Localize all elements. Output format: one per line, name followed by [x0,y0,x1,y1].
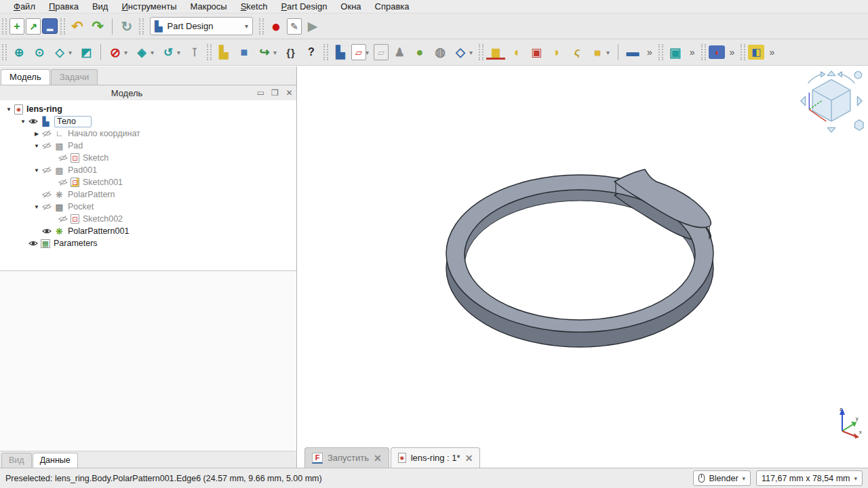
navigation-style-selector[interactable]: Blender ▾ [693,470,751,486]
tree-row-pad[interactable]: ▼ ▩ Pad [0,140,296,152]
chevron-down-icon[interactable]: ▾ [606,49,613,56]
ring-model[interactable] [298,66,868,468]
toolbar-handle[interactable] [479,44,484,60]
tab-view-properties[interactable]: Вид [1,453,32,468]
menu-view[interactable]: Вид [85,1,115,13]
menu-file[interactable]: Файл [7,1,42,13]
tree-row-polarpattern[interactable]: ❋ PolarPattern [0,188,296,201]
whats-this-button[interactable]: ? [302,43,321,62]
tree-row-origin[interactable]: ▶ ∟ Начало координат [0,127,296,140]
tree-label[interactable]: Sketch002 [83,214,123,224]
pocket-tool-button[interactable]: ▣ [527,43,546,62]
tree-label[interactable]: Начало координат [68,129,140,138]
pocket-button[interactable]: ▬ [623,43,642,62]
chevron-down-icon[interactable]: ▾ [124,49,131,56]
eye-visible-icon[interactable] [42,226,52,236]
undo-button[interactable]: ↶ [68,17,87,36]
expander-icon[interactable]: ▼ [31,167,42,174]
viewport-3d[interactable]: z y x F Запустить ✕ ◉ lens-ring : 1* ✕ [298,66,868,468]
measure-button[interactable]: ⊺ [185,43,204,62]
pad-button[interactable]: ▆ [486,45,505,60]
navigation-cube[interactable] [799,69,864,134]
tree-label[interactable]: Parameters [54,239,98,248]
tree-row-sketch[interactable]: ⊡ Sketch [0,152,296,164]
sync-view-button[interactable]: ◩ [77,43,96,62]
close-panel-icon[interactable]: ✕ [282,88,296,98]
toolbar-handle[interactable] [2,18,7,35]
toolbar-handle[interactable] [2,44,7,60]
menu-macros[interactable]: Макросы [183,1,233,13]
create-datum-button[interactable]: ◇ [451,43,470,62]
redraw-view-button[interactable]: ↺ [159,43,178,62]
toolbar-handle[interactable] [741,44,745,60]
fit-all-button[interactable]: ⊕ [9,43,28,62]
tree-label[interactable]: PolarPattern001 [68,226,129,236]
shape-binder-button[interactable]: ◍ [431,43,450,62]
tree-row-pocket[interactable]: ▼ ▩ Pocket [0,201,296,213]
edit-sketch-button[interactable]: ▱ [374,44,389,60]
tree-row-sketch002[interactable]: ⊡ Sketch002 [0,213,296,225]
fillet-button[interactable]: ◖ [709,45,725,59]
new-file-button[interactable]: + [9,18,24,35]
zoom-selection-button[interactable]: ⊙ [30,43,49,62]
workbench-selector[interactable]: ▙ Part Design ▾ [150,17,253,35]
tree-row-pad001[interactable]: ▼ ▩ Pad001 [0,164,296,176]
boolean-button[interactable]: ◧ [748,45,764,60]
float-panel-icon[interactable]: ❐ [268,88,282,98]
toolbar-overflow-icon[interactable]: » [726,47,739,58]
tree-row-polarpattern001[interactable]: ❋ PolarPattern001 [0,225,296,237]
tree-label[interactable]: Pocket [68,202,94,211]
close-icon[interactable]: ✕ [465,453,473,464]
transform-cube-button[interactable]: ▣ [666,43,685,62]
eye-hidden-icon[interactable] [58,153,68,163]
chevron-down-icon[interactable]: ▾ [177,49,184,56]
draw-style-button[interactable]: ⊘ [106,43,125,62]
tab-start-page[interactable]: F Запустить ✕ [304,447,389,468]
create-sketch-button[interactable]: ▱ [351,44,366,60]
eye-hidden-icon[interactable] [42,141,52,150]
eye-hidden-icon[interactable] [42,165,52,175]
toolbar-handle[interactable] [259,18,264,35]
toolbar-overflow-icon[interactable]: » [686,47,699,58]
menu-help[interactable]: Справка [368,1,416,13]
eye-hidden-icon[interactable] [58,178,68,187]
expander-icon[interactable]: ▼ [3,106,14,113]
tree-label-rename-box[interactable]: Тело [54,116,92,127]
eye-visible-icon[interactable] [28,117,38,126]
redo-button[interactable]: ↷ [88,17,107,36]
eye-hidden-icon[interactable] [58,214,68,224]
execute-macro-button[interactable]: ▶ [303,17,322,36]
selection-view-button[interactable]: ◈ [132,43,151,62]
chevron-down-icon[interactable]: ▾ [68,49,75,56]
eye-visible-icon[interactable] [28,239,38,248]
menu-sketch[interactable]: Sketch [234,1,275,13]
chevron-down-icon[interactable]: ▾ [273,49,280,56]
viewport-size-selector[interactable]: 117,67 mm x 78,54 mm ▾ [756,470,863,486]
export-button[interactable]: ↪ [255,43,274,62]
tab-data-properties[interactable]: Данные [33,453,78,468]
eye-hidden-icon[interactable] [42,190,52,199]
menu-tools[interactable]: Инструменты [115,1,183,13]
tree-label[interactable]: PolarPattern [68,190,115,199]
chevron-down-icon[interactable]: ▾ [151,49,157,56]
expander-icon[interactable]: ▶ [31,131,42,137]
toolbar-handle[interactable] [207,44,212,60]
close-icon[interactable]: ✕ [374,453,382,464]
refresh-button[interactable]: ↻ [117,17,136,36]
eye-hidden-icon[interactable] [42,129,52,138]
property-editor[interactable] [0,271,296,451]
tree-row-body[interactable]: ▼ ▙ Тело [0,115,296,127]
tree-label[interactable]: Pad [68,141,83,150]
expander-icon[interactable]: ▼ [31,143,42,149]
save-file-button[interactable]: ▂ [42,18,58,34]
toolbar-overflow-icon[interactable]: » [643,47,656,58]
axonometric-view-button[interactable]: ◇ [50,43,69,62]
tree-label[interactable]: Sketch [83,153,108,163]
tree-label[interactable]: Sketch001 [83,178,123,187]
chevron-down-icon[interactable]: ▾ [469,49,476,56]
tab-tasks[interactable]: Задачи [51,69,98,85]
toolbar-handle[interactable] [60,18,65,35]
tab-model[interactable]: Модель [1,69,50,85]
additive-helix-button[interactable]: ς [568,43,587,62]
expander-icon[interactable]: ▼ [18,119,28,125]
